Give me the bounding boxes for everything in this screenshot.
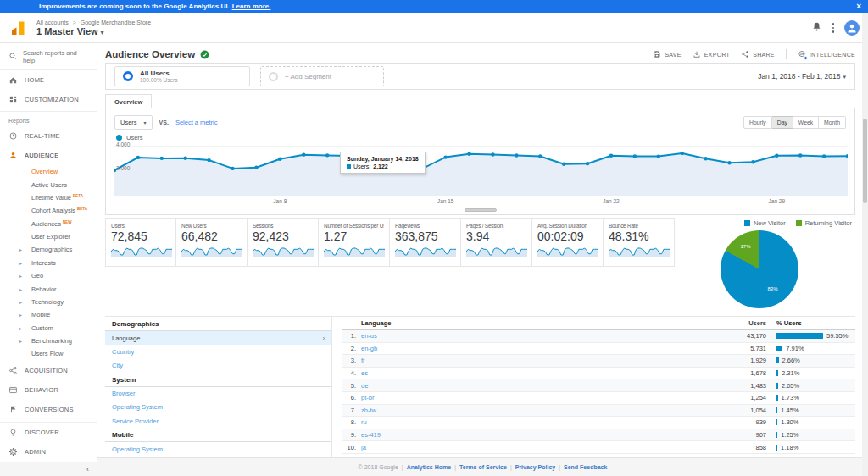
sidebar-subitem-users-flow[interactable]: Users Flow bbox=[0, 347, 97, 360]
column-header-users[interactable]: Users bbox=[715, 319, 766, 327]
sidebar-item-conversions[interactable]: CONVERSIONS bbox=[0, 400, 97, 419]
language-link[interactable]: de bbox=[361, 382, 368, 390]
user-avatar[interactable] bbox=[844, 20, 860, 36]
dimension-link-browser[interactable]: Browser bbox=[105, 387, 331, 401]
expand-arrow-icon[interactable]: ▸ bbox=[19, 246, 28, 252]
metric-card-pages-session[interactable]: Pages / Session3.94 bbox=[461, 218, 532, 267]
tab-overview[interactable]: Overview bbox=[105, 94, 152, 108]
date-range-picker[interactable]: Jan 1, 2018 - Feb 1, 2018▾ bbox=[758, 72, 846, 80]
metric-card-users[interactable]: Users72,845 bbox=[105, 218, 176, 267]
sidebar-subitem-mobile[interactable]: ▸Mobile bbox=[0, 308, 97, 321]
sidebar-subitem-active-users[interactable]: Active Users bbox=[0, 178, 97, 191]
more-options-kebab-icon[interactable] bbox=[832, 23, 835, 33]
sidebar-item-customization[interactable]: CUSTOMIZATION bbox=[0, 90, 97, 109]
new-vs-returning-pie-chart[interactable]: 17% 83% bbox=[721, 230, 798, 308]
table-row: 3.fr1,9292.66% bbox=[342, 355, 855, 368]
footer-link-analytics-home[interactable]: Analytics Home bbox=[407, 464, 452, 470]
metric-card-sessions[interactable]: Sessions92,423 bbox=[248, 218, 319, 267]
language-link[interactable]: es bbox=[361, 369, 368, 377]
metric-card-pageviews[interactable]: Pageviews363,875 bbox=[390, 218, 461, 267]
sidebar-subitem-benchmarking[interactable]: ▸Benchmarking bbox=[0, 335, 97, 347]
expand-arrow-icon[interactable]: ▸ bbox=[19, 286, 28, 292]
sidebar-subitem-interests[interactable]: ▸Interests bbox=[0, 257, 97, 269]
granularity-week[interactable]: Week bbox=[793, 116, 819, 129]
language-link[interactable]: ja bbox=[361, 444, 366, 451]
sidebar-subitem-technology[interactable]: ▸Technology bbox=[0, 296, 97, 308]
expand-arrow-icon[interactable]: ▸ bbox=[19, 338, 28, 344]
select-a-metric-link[interactable]: Select a metric bbox=[175, 119, 218, 126]
sidebar-subitem-cohort-analysis[interactable]: Cohort AnalysisBETA bbox=[0, 204, 97, 217]
metric-card-new-users[interactable]: New Users66,482 bbox=[176, 218, 248, 267]
language-link[interactable]: zh-tw bbox=[361, 407, 376, 414]
footer-link-terms-of-service[interactable]: Terms of Service bbox=[459, 464, 507, 470]
granularity-day[interactable]: Day bbox=[772, 116, 793, 129]
banner-close-icon[interactable]: × bbox=[856, 3, 861, 11]
dimension-link-service-provider[interactable]: Service Provider bbox=[105, 414, 331, 428]
learn-more-link[interactable]: Learn more. bbox=[232, 3, 271, 10]
footer-link-privacy-policy[interactable]: Privacy Policy bbox=[515, 464, 555, 470]
language-link[interactable]: es-419 bbox=[361, 431, 381, 439]
search-input[interactable]: Search reports and help bbox=[0, 43, 97, 70]
metric-card-bounce-rate[interactable]: Bounce Rate48.31% bbox=[604, 218, 675, 267]
sidebar-item-real-time[interactable]: REAL-TIME bbox=[0, 126, 97, 146]
language-link[interactable]: en-gb bbox=[361, 345, 377, 352]
metric-dropdown[interactable]: Users ▾ bbox=[114, 115, 153, 130]
sidebar-item-admin[interactable]: ADMIN bbox=[0, 442, 97, 462]
sidebar-subitem-lifetime-value[interactable]: Lifetime ValueBETA bbox=[0, 191, 97, 204]
expand-arrow-icon[interactable]: ▸ bbox=[19, 325, 28, 331]
expand-arrow-icon[interactable]: ▸ bbox=[19, 299, 28, 305]
expand-arrow-icon[interactable]: ▸ bbox=[19, 312, 28, 318]
dimension-link-city[interactable]: City bbox=[105, 358, 331, 372]
granularity-month[interactable]: Month bbox=[819, 116, 846, 129]
sidebar-item-audience[interactable]: AUDIENCE bbox=[0, 146, 97, 165]
notifications-bell-icon[interactable] bbox=[811, 20, 822, 36]
metric-card-number-of-sessions-per-user[interactable]: Number of Sessions per User1.27 bbox=[319, 218, 390, 267]
chart-horizontal-scrollbar[interactable] bbox=[465, 208, 497, 212]
share-button[interactable]: SHARE bbox=[741, 50, 775, 58]
vertical-scrollbar[interactable] bbox=[862, 13, 868, 476]
dimension-link-operating-system[interactable]: Operating System bbox=[105, 401, 331, 414]
metric-value: 66,482 bbox=[181, 230, 242, 243]
export-button[interactable]: EXPORT bbox=[693, 50, 730, 58]
vertical-scrollbar-thumb[interactable] bbox=[863, 119, 867, 203]
view-selector[interactable]: 1 Master View▾ bbox=[36, 26, 151, 36]
dimension-link-language[interactable]: Language› bbox=[105, 331, 331, 345]
sidebar-subitem-behavior[interactable]: ▸Behavior bbox=[0, 282, 97, 295]
row-rank: 3. bbox=[342, 357, 356, 364]
column-header-pct-users[interactable]: % Users bbox=[766, 319, 855, 327]
breadcrumb[interactable]: All accounts > Google Merchandise Store bbox=[36, 19, 151, 25]
footer-separator: | bbox=[454, 464, 456, 470]
x-axis-tick: Jan 22 bbox=[603, 198, 620, 204]
language-link[interactable]: en-us bbox=[361, 332, 377, 340]
dimension-link-operating-system[interactable]: Operating System bbox=[105, 442, 331, 456]
users-trend-chart[interactable]: 4,000 2,000 Jan 8Jan 15Jan 22Jan 29 Sund… bbox=[114, 143, 848, 208]
pie-slice-label: 17% bbox=[741, 244, 751, 249]
language-link[interactable]: fr bbox=[361, 357, 365, 364]
all-users-segment-chip[interactable]: All Users 100.00% Users bbox=[114, 66, 250, 86]
sidebar-collapse-button[interactable]: ‹ bbox=[0, 462, 97, 476]
sidebar-subitem-demographics[interactable]: ▸Demographics bbox=[0, 243, 97, 256]
sidebar-item-behavior[interactable]: BEHAVIOR bbox=[0, 380, 97, 400]
sidebar-item-home[interactable]: HOME bbox=[0, 70, 97, 90]
expand-arrow-icon[interactable]: ▸ bbox=[19, 273, 28, 279]
breadcrumb-all-accounts[interactable]: All accounts bbox=[36, 19, 69, 25]
breadcrumb-account[interactable]: Google Merchandise Store bbox=[81, 19, 151, 25]
sidebar-subitem-user-explorer[interactable]: User Explorer bbox=[0, 230, 97, 243]
sidebar-item-discover[interactable]: DISCOVER bbox=[0, 423, 97, 442]
dimension-link-country[interactable]: Country bbox=[105, 345, 331, 358]
sidebar-subitem-overview[interactable]: Overview bbox=[0, 165, 97, 178]
sidebar-item-acquisition[interactable]: ACQUISITION bbox=[0, 361, 97, 380]
metric-card-avg-session-duration[interactable]: Avg. Session Duration00:02:09 bbox=[532, 218, 604, 267]
sidebar-subitem-custom[interactable]: ▸Custom bbox=[0, 322, 97, 335]
add-segment-button[interactable]: + Add Segment bbox=[260, 66, 384, 86]
sidebar-subitem-audiences[interactable]: AudiencesNEW bbox=[0, 218, 97, 230]
expand-arrow-icon[interactable]: ▸ bbox=[19, 260, 28, 266]
save-button[interactable]: SAVE bbox=[653, 50, 681, 58]
granularity-hourly[interactable]: Hourly bbox=[743, 116, 772, 129]
column-header-language[interactable]: Language bbox=[342, 319, 715, 327]
intelligence-button[interactable]: INTELLIGENCE bbox=[798, 50, 855, 58]
language-link[interactable]: ru bbox=[361, 418, 367, 426]
language-link[interactable]: pt-br bbox=[361, 394, 374, 401]
sidebar-subitem-geo[interactable]: ▸Geo bbox=[0, 269, 97, 282]
footer-link-send-feedback[interactable]: Send Feedback bbox=[564, 464, 607, 470]
